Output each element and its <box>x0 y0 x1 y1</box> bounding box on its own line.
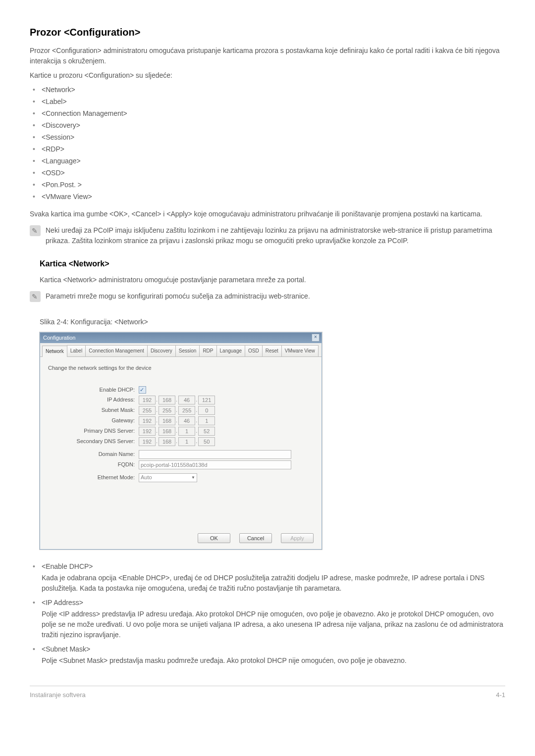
label-subnet-mask: Subnet Mask: <box>48 406 139 414</box>
list-item: <Connection Management> <box>30 108 505 119</box>
ip-octet[interactable]: 192 <box>139 396 156 404</box>
note-text: Neki uređaji za PCoIP imaju isključenu z… <box>46 225 505 246</box>
label-primary-dns: Primary DNS Server: <box>48 427 139 435</box>
dialog-title: Configuration <box>43 334 75 342</box>
intro-paragraph-2: Kartice u prozoru <Configuration> su slj… <box>30 70 505 81</box>
pdns-octet[interactable]: 1 <box>178 427 195 436</box>
ip-octet[interactable]: 121 <box>198 396 215 404</box>
sdns-octet[interactable]: 192 <box>139 437 156 446</box>
ethernet-mode-value: Auto <box>141 473 152 482</box>
close-icon[interactable]: × <box>312 334 320 342</box>
label-fqdn: FQDN: <box>48 460 139 469</box>
note-block: Parametri mreže mogu se konfigurirati po… <box>30 291 505 302</box>
list-item: <Discovery> <box>30 120 505 131</box>
figure-caption: Slika 2-4: Konfiguracija: <Network> <box>40 317 505 327</box>
list-item: <Enable DHCP> Kada je odabrana opcija <E… <box>30 561 505 594</box>
note-icon <box>30 225 41 236</box>
intro-paragraph-1: Prozor <Configuration> administratoru om… <box>30 46 505 66</box>
list-item: <Label> <box>30 97 505 107</box>
pdns-octet[interactable]: 192 <box>139 427 156 436</box>
footer-left: Instaliranje softvera <box>30 690 86 700</box>
section-network-title: Kartica <Network> <box>40 258 505 270</box>
detail-term: <Subnet Mask> <box>42 644 505 655</box>
note-text: Parametri mreže mogu se konfigurirati po… <box>46 291 505 302</box>
tab-discovery[interactable]: Discovery <box>147 345 176 356</box>
footer-right: 4-1 <box>496 690 505 700</box>
chevron-down-icon: ▼ <box>191 475 195 481</box>
after-tabs-paragraph: Svaka kartica ima gumbe <OK>, <Cancel> i… <box>30 209 505 219</box>
sdns-octet[interactable]: 1 <box>178 437 195 446</box>
list-item: <Subnet Mask> Polje <Subnet Mask> predst… <box>30 644 505 666</box>
label-enable-dhcp: Enable DHCP: <box>48 386 139 394</box>
sdns-octet[interactable]: 168 <box>159 437 175 446</box>
enable-dhcp-checkbox[interactable] <box>139 386 146 394</box>
tab-connection-management[interactable]: Connection Management <box>85 345 148 356</box>
config-tabs-list: <Network> <Label> <Connection Management… <box>30 85 505 202</box>
list-item: <Session> <box>30 132 505 143</box>
field-descriptions: <Enable DHCP> Kada je odabrana opcija <E… <box>30 561 505 666</box>
note-icon <box>30 291 41 302</box>
detail-term: <Enable DHCP> <box>42 561 505 572</box>
list-item: <Network> <box>30 85 505 95</box>
configuration-dialog: Configuration × Network Label Connection… <box>40 332 322 550</box>
section-network-paragraph: Kartica <Network> administratoru omoguću… <box>40 275 505 285</box>
ok-button[interactable]: OK <box>198 533 230 543</box>
ip-octet[interactable]: 168 <box>159 396 175 404</box>
dialog-titlebar: Configuration × <box>40 333 321 343</box>
detail-desc: Polje <IP address> predstavlja IP adresu… <box>42 609 505 640</box>
page-footer: Instaliranje softvera 4-1 <box>30 686 505 700</box>
label-domain-name: Domain Name: <box>48 450 139 458</box>
label-secondary-dns: Secondary DNS Server: <box>48 437 139 446</box>
tab-osd[interactable]: OSD <box>245 345 263 356</box>
subnet-octet[interactable]: 0 <box>198 406 215 415</box>
tab-session[interactable]: Session <box>175 345 200 356</box>
subnet-octet[interactable]: 255 <box>139 406 156 415</box>
tab-network[interactable]: Network <box>42 346 67 357</box>
tab-vmware-view[interactable]: VMware View <box>281 345 319 356</box>
tab-label[interactable]: Label <box>67 345 86 356</box>
sdns-octet[interactable]: 50 <box>198 437 215 446</box>
detail-desc: Kada je odabrana opcija <Enable DHCP>, u… <box>42 573 505 594</box>
label-ethernet-mode: Ethernet Mode: <box>48 473 139 482</box>
list-item: <RDP> <box>30 144 505 154</box>
subnet-octet[interactable]: 255 <box>178 406 195 415</box>
tab-language[interactable]: Language <box>216 345 246 356</box>
ip-octet[interactable]: 46 <box>178 396 195 404</box>
gateway-octet[interactable]: 192 <box>139 416 156 425</box>
subnet-octet[interactable]: 255 <box>159 406 175 415</box>
list-item: <IP Address> Polje <IP address> predstav… <box>30 598 505 640</box>
gateway-octet[interactable]: 168 <box>159 416 175 425</box>
label-ip-address: IP Address: <box>48 396 139 404</box>
tab-reset[interactable]: Reset <box>262 345 282 356</box>
note-block: Neki uređaji za PCoIP imaju isključenu z… <box>30 225 505 246</box>
ethernet-mode-select[interactable]: Auto ▼ <box>139 473 197 482</box>
cancel-button[interactable]: Cancel <box>239 533 272 543</box>
tab-rdp[interactable]: RDP <box>199 345 216 356</box>
dialog-tabstrip: Network Label Connection Management Disc… <box>40 343 321 357</box>
detail-term: <IP Address> <box>42 598 505 608</box>
apply-button[interactable]: Apply <box>281 533 314 543</box>
list-item: <Language> <box>30 156 505 166</box>
label-gateway: Gateway: <box>48 416 139 425</box>
list-item: <Pon.Post. > <box>30 180 505 190</box>
pdns-octet[interactable]: 52 <box>198 427 215 436</box>
list-item: <OSD> <box>30 168 505 178</box>
dialog-subheading: Change the network settings for the devi… <box>48 364 314 372</box>
fqdn-field[interactable]: pcoip-portal-101558a0138d <box>139 460 291 469</box>
pdns-octet[interactable]: 168 <box>159 427 175 436</box>
gateway-octet[interactable]: 1 <box>198 416 215 425</box>
list-item: <VMware View> <box>30 192 505 202</box>
page-title: Prozor <Configuration> <box>30 25 505 40</box>
gateway-octet[interactable]: 46 <box>178 416 195 425</box>
detail-desc: Polje <Subnet Mask> predstavlja masku po… <box>42 655 505 666</box>
domain-name-field[interactable] <box>139 450 291 459</box>
